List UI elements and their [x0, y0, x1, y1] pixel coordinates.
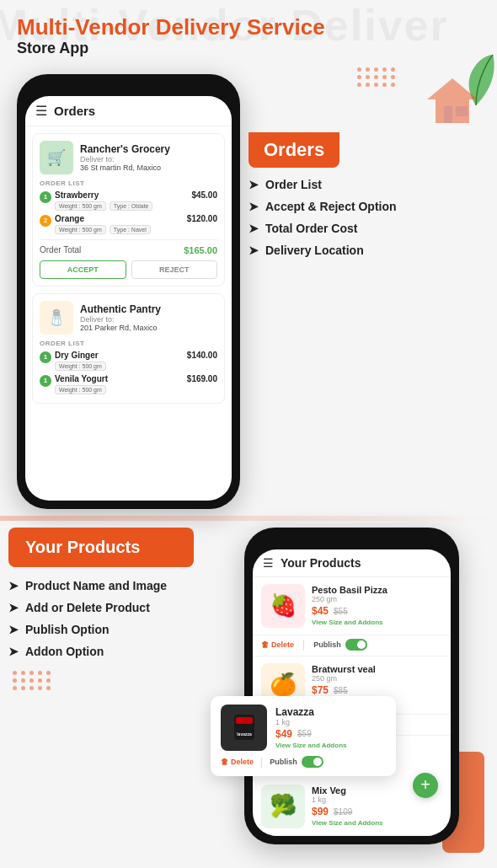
store-info-2: Authentic Pantry Deliver to: 201 Parker …: [80, 303, 161, 332]
floating-separator: |: [260, 756, 263, 768]
right-phone-notch: [323, 536, 382, 549]
orders-feature-label-1: Order List: [265, 178, 322, 191]
header: Multi-Vendor Delivery Service Store App: [0, 0, 497, 66]
item-num-2: 2: [40, 215, 51, 227]
orders-feature-2: ➤ Accept & Reject Option: [248, 200, 484, 213]
product-price-old-4: $109: [334, 807, 352, 817]
order-total-label: Order Total: [40, 245, 81, 255]
arrow-icon-p2: ➤: [8, 601, 19, 614]
floating-thumb: lavazza: [221, 705, 267, 751]
products-feature-label-4: Addon Option: [25, 645, 104, 658]
arrow-icon-4: ➤: [248, 244, 259, 257]
order-item-1-1: 1 Strawberry Weight : 500 gm Type : Obla…: [40, 190, 217, 211]
product-info-1: Pesto Basil Pizza 250 gm $45 $55 View Si…: [312, 585, 442, 626]
item-tags-1-2: Weight : 500 gm Type : Navel: [55, 225, 151, 234]
order-item-2-2: 1 Venila Yogurt Weight : 500 gm $169.00: [40, 374, 217, 394]
deliver-addr-1: 36 St martin Rd, Maxico: [80, 163, 170, 172]
reject-button[interactable]: REJECT: [131, 260, 218, 279]
left-phone: ☰ Orders 🛒 Rancher's Grocery Deliver to:…: [17, 74, 240, 509]
deliver-label-1: Deliver to:: [80, 155, 170, 163]
arrow-icon-1: ➤: [248, 178, 259, 191]
products-feature-2: ➤ Add or Delete Product: [8, 601, 244, 614]
orders-feature-4: ➤ Delivery Location: [248, 244, 484, 257]
fab-add-button[interactable]: +: [413, 773, 438, 798]
products-feature-label-2: Add or Delete Product: [25, 601, 150, 614]
arrow-icon-p3: ➤: [8, 623, 19, 636]
left-phone-container: ☰ Orders 🛒 Rancher's Grocery Deliver to:…: [8, 74, 236, 509]
floating-delete[interactable]: 🗑 Delete: [221, 758, 254, 766]
order-list-label-2: ORDER LIST: [40, 340, 217, 347]
screen-title: Orders: [54, 104, 95, 118]
item-price-2-2: $169.00: [187, 374, 217, 383]
right-screen-title: Your Products: [281, 556, 361, 570]
item-num-2-1: 1: [40, 351, 51, 363]
right-phone-container: ☰ Your Products 🍓 Pesto Basil Pizza 250 …: [244, 528, 489, 844]
orders-features: Orders ➤ Order List ➤ Accept & Reject Op…: [244, 74, 489, 509]
orders-banner: Orders: [248, 132, 339, 168]
phone-screen: ☰ Orders 🛒 Rancher's Grocery Deliver to:…: [25, 96, 232, 501]
product-prices-4: $99 $109: [312, 806, 442, 817]
product-thumb-4: 🥦: [261, 785, 305, 828]
toggle-floating[interactable]: [302, 756, 323, 768]
item-price-1-2: $120.00: [187, 214, 217, 223]
product-actions-1: 🗑 Delete | Publish: [253, 635, 451, 656]
floating-price-old: $59: [297, 729, 312, 738]
floating-publish: Publish: [270, 756, 323, 768]
toggle-1[interactable]: [345, 639, 367, 651]
orders-feature-3: ➤ Total Order Cost: [248, 222, 484, 235]
item-price-1-1: $45.00: [191, 190, 217, 200]
product-delete-1[interactable]: 🗑 Delete: [261, 640, 294, 649]
item-tag-2-2: Weight : 500 gm: [55, 385, 106, 394]
deliver-addr-2: 201 Parker Rd, Maxico: [80, 324, 161, 332]
svg-rect-1: [444, 106, 452, 123]
right-menu-icon: ☰: [263, 556, 274, 570]
svg-rect-4: [236, 717, 253, 724]
product-name-1: Pesto Basil Pizza: [312, 585, 442, 595]
accept-button[interactable]: ACCEPT: [40, 260, 126, 279]
store-name-2: Authentic Pantry: [80, 303, 161, 315]
floating-price-new: $49: [275, 728, 292, 740]
store-thumb-1: 🛒: [40, 141, 73, 174]
orders-feature-1: ➤ Order List: [248, 178, 484, 191]
svg-text:lavazza: lavazza: [237, 731, 252, 737]
separator-1: |: [302, 639, 305, 651]
product-row-1: 🍓 Pesto Basil Pizza 250 gm $45 $55 View …: [253, 577, 451, 635]
phone-notch: [99, 83, 158, 96]
order-total-row: Order Total $165.00: [40, 245, 217, 255]
floating-product-prices: $49 $59: [275, 728, 346, 740]
products-feature-3: ➤ Publish Option: [8, 623, 244, 636]
order-actions: ACCEPT REJECT: [40, 260, 217, 279]
floating-publish-label: Publish: [270, 758, 297, 766]
product-view-link-1[interactable]: View Size and Addons: [312, 619, 442, 626]
item-left-1-1: 1 Strawberry Weight : 500 gm Type : Obla…: [40, 190, 152, 211]
floating-product-name: Lavazza: [275, 706, 346, 718]
product-weight-2: 250 gm: [312, 674, 442, 683]
product-view-link-4[interactable]: View Size and Addons: [312, 819, 442, 827]
product-price-new-4: $99: [312, 806, 329, 817]
orders-feature-label-4: Delivery Location: [265, 244, 364, 257]
trash-icon-floating: 🗑: [221, 758, 228, 766]
item-tags-2-2: Weight : 500 gm: [55, 385, 108, 394]
floating-view-link[interactable]: View Size and Addons: [275, 742, 346, 749]
order-card-1: 🛒 Rancher's Grocery Deliver to: 36 St ma…: [32, 133, 225, 287]
page-subtitle: Store App: [17, 40, 480, 57]
item-num-2-2: 1: [40, 375, 51, 387]
item-tag-type-2: Type : Navel: [110, 225, 151, 234]
item-tags-1-1: Weight : 500 gm Type : Oblate: [55, 201, 152, 211]
product-item-1: 🍓 Pesto Basil Pizza 250 gm $45 $55 View …: [253, 577, 451, 656]
svg-rect-2: [456, 106, 468, 116]
products-feature-label-3: Publish Option: [25, 623, 110, 636]
product-prices-1: $45 $55: [312, 605, 442, 617]
order-card-1-header: 🛒 Rancher's Grocery Deliver to: 36 St ma…: [40, 141, 217, 174]
your-products-features: Your Products ➤ Product Name and Image ➤…: [8, 528, 244, 844]
item-left-2-1: 1 Dry Ginger Weight : 500 gm: [40, 351, 106, 371]
item-price-2-1: $140.00: [187, 351, 217, 360]
top-section: ☰ Orders 🛒 Rancher's Grocery Deliver to:…: [0, 74, 497, 509]
right-phone-wrapper: ☰ Your Products 🍓 Pesto Basil Pizza 250 …: [244, 528, 489, 844]
order-card-2: 🧂 Authentic Pantry Deliver to: 201 Parke…: [32, 293, 225, 404]
trash-icon-1: 🗑: [261, 640, 269, 649]
orders-feature-list: ➤ Order List ➤ Accept & Reject Option ➤ …: [248, 178, 484, 257]
publish-label-1: Publish: [313, 640, 341, 649]
order-list-label-1: ORDER LIST: [40, 179, 217, 187]
your-products-feature-list: ➤ Product Name and Image ➤ Add or Delete…: [8, 579, 244, 658]
